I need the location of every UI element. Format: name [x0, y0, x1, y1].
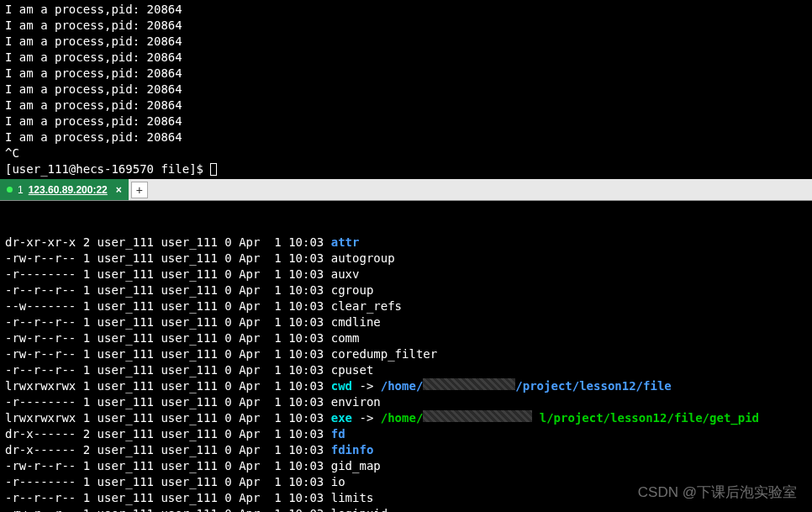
plus-icon: +: [136, 183, 143, 197]
ls-metadata: lrwxrwxrwx 1 user_111 user_111 0 Apr 1 1…: [5, 378, 331, 394]
process-output-line: I am a process,pid: 20864: [5, 50, 807, 66]
ls-metadata: -rw-r--r-- 1 user_111 user_111 0 Apr 1 1…: [5, 330, 331, 346]
process-output-line: I am a process,pid: 20864: [5, 66, 807, 82]
ls-metadata: -rw-r--r-- 1 user_111 user_111 0 Apr 1 1…: [5, 251, 331, 267]
interrupt-text: ^C: [5, 145, 807, 161]
ls-filename: attr: [331, 235, 360, 251]
link-target-suffix: /project/lesson12/file: [515, 378, 671, 394]
ls-row: -r-------- 1 user_111 user_111 0 Apr 1 1…: [5, 474, 807, 490]
shell-prompt[interactable]: [user_111@hecs-169570 file]$: [5, 161, 807, 177]
ls-metadata: -rw-r--r-- 1 user_111 user_111 0 Apr 1 1…: [5, 458, 331, 474]
ls-filename: loginuid: [331, 506, 388, 512]
ls-filename: cmdline: [331, 314, 381, 330]
ls-row: -rw-r--r-- 1 user_111 user_111 0 Apr 1 1…: [5, 346, 807, 362]
ls-filename: exe: [331, 410, 352, 426]
ls-filename: gid_map: [331, 458, 381, 474]
process-output-line: I am a process,pid: 20864: [5, 82, 807, 98]
ls-metadata: -rw-r--r-- 1 user_111 user_111 0 Apr 1 1…: [5, 346, 331, 362]
ls-metadata: dr-xr-xr-x 2 user_111 user_111 0 Apr 1 1…: [5, 235, 331, 251]
link-target-prefix: /home/: [381, 410, 424, 426]
tabs-bar: 1 123.60.89.200:22 × +: [0, 179, 812, 201]
ls-row: dr-x------ 2 user_111 user_111 0 Apr 1 1…: [5, 426, 807, 442]
ls-row: -r--r--r-- 1 user_111 user_111 0 Apr 1 1…: [5, 314, 807, 330]
redacted-path: [423, 410, 532, 422]
ls-row: -r--r--r-- 1 user_111 user_111 0 Apr 1 1…: [5, 490, 807, 506]
link-target-prefix: /home/: [381, 378, 424, 394]
process-output-line: I am a process,pid: 20864: [5, 129, 807, 145]
ls-row: dr-x------ 2 user_111 user_111 0 Apr 1 1…: [5, 442, 807, 458]
ls-metadata: -r--r--r-- 1 user_111 user_111 0 Apr 1 1…: [5, 282, 331, 298]
process-output-line: I am a process,pid: 20864: [5, 34, 807, 50]
ls-metadata: --w------- 1 user_111 user_111 0 Apr 1 1…: [5, 298, 331, 314]
session-tab[interactable]: 1 123.60.89.200:22 ×: [0, 179, 129, 200]
cursor: [210, 163, 217, 176]
ls-filename: auxv: [331, 267, 360, 282]
ls-filename: cgroup: [331, 282, 374, 298]
ls-metadata: -r-------- 1 user_111 user_111 0 Apr 1 1…: [5, 394, 331, 410]
ls-metadata: -r--r--r-- 1 user_111 user_111 0 Apr 1 1…: [5, 314, 331, 330]
ls-filename: coredump_filter: [331, 346, 437, 362]
link-target-mid: l: [532, 410, 546, 426]
ls-row: -rw-r--r-- 1 user_111 user_111 0 Apr 1 1…: [5, 330, 807, 346]
ls-row: -r-------- 1 user_111 user_111 0 Apr 1 1…: [5, 267, 807, 282]
top-terminal: I am a process,pid: 20864I am a process,…: [0, 0, 812, 179]
ls-row: -r-------- 1 user_111 user_111 0 Apr 1 1…: [5, 394, 807, 410]
ls-filename: limits: [331, 490, 374, 506]
ls-row: -rw-r--r-- 1 user_111 user_111 0 Apr 1 1…: [5, 506, 807, 512]
ls-row: -r--r--r-- 1 user_111 user_111 0 Apr 1 1…: [5, 362, 807, 378]
ls-metadata: dr-x------ 2 user_111 user_111 0 Apr 1 1…: [5, 442, 331, 458]
ls-filename: environ: [331, 394, 381, 410]
ls-metadata: lrwxrwxrwx 1 user_111 user_111 0 Apr 1 1…: [5, 410, 331, 426]
ls-filename: comm: [331, 330, 360, 346]
ls-row: lrwxrwxrwx 1 user_111 user_111 0 Apr 1 1…: [5, 378, 807, 394]
ls-metadata: dr-x------ 2 user_111 user_111 0 Apr 1 1…: [5, 426, 331, 442]
tab-label: 123.60.89.200:22: [29, 184, 108, 196]
link-arrow: ->: [352, 410, 381, 426]
redacted-path: [423, 378, 515, 390]
link-arrow: ->: [352, 378, 381, 394]
ls-row: lrwxrwxrwx 1 user_111 user_111 0 Apr 1 1…: [5, 410, 807, 426]
ls-metadata: -r-------- 1 user_111 user_111 0 Apr 1 1…: [5, 474, 331, 490]
tab-index: 1: [18, 184, 24, 196]
ls-metadata: -r--r--r-- 1 user_111 user_111 0 Apr 1 1…: [5, 490, 331, 506]
ls-filename: clear_refs: [331, 298, 402, 314]
process-output-line: I am a process,pid: 20864: [5, 2, 807, 18]
bottom-terminal[interactable]: dr-xr-xr-x 2 user_111 user_111 0 Apr 1 1…: [0, 201, 812, 512]
status-dot-icon: [7, 187, 13, 193]
ls-row: -r--r--r-- 1 user_111 user_111 0 Apr 1 1…: [5, 282, 807, 298]
prompt-text: [user_111@hecs-169570 file]$: [5, 162, 210, 176]
ls-filename: io: [331, 474, 345, 490]
process-output-line: I am a process,pid: 20864: [5, 18, 807, 34]
ls-filename: fd: [331, 426, 345, 442]
ls-row: -rw-r--r-- 1 user_111 user_111 0 Apr 1 1…: [5, 458, 807, 474]
process-output-line: I am a process,pid: 20864: [5, 113, 807, 129]
ls-metadata: -r-------- 1 user_111 user_111 0 Apr 1 1…: [5, 267, 331, 282]
link-target-suffix: /project/lesson12/file/get_pid: [546, 410, 759, 426]
ls-row: dr-xr-xr-x 2 user_111 user_111 0 Apr 1 1…: [5, 235, 807, 251]
add-tab-button[interactable]: +: [131, 182, 148, 198]
ls-filename: cwd: [331, 378, 352, 394]
ls-row: --w------- 1 user_111 user_111 0 Apr 1 1…: [5, 298, 807, 314]
ls-filename: fdinfo: [331, 442, 374, 458]
ls-row: -rw-r--r-- 1 user_111 user_111 0 Apr 1 1…: [5, 251, 807, 267]
ls-metadata: -rw-r--r-- 1 user_111 user_111 0 Apr 1 1…: [5, 506, 331, 512]
ls-filename: cpuset: [331, 362, 374, 378]
ls-metadata: -r--r--r-- 1 user_111 user_111 0 Apr 1 1…: [5, 362, 331, 378]
process-output-line: I am a process,pid: 20864: [5, 98, 807, 113]
close-icon[interactable]: ×: [116, 184, 122, 196]
ls-filename: autogroup: [331, 251, 395, 267]
